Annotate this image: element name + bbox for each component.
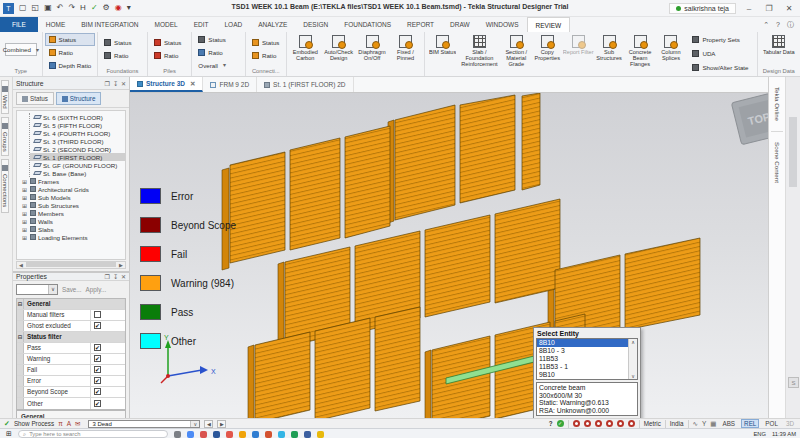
sidebar-item-groups[interactable]: Groups xyxy=(1,117,9,157)
slab-ratio-button[interactable]: Ratio xyxy=(194,46,243,59)
taskbar-app-icon[interactable] xyxy=(226,431,233,438)
tab-status[interactable]: Status xyxy=(16,92,54,105)
diaphragm-on-off-button[interactable]: Diaphragm On/Off xyxy=(355,33,388,65)
loadcase-combo[interactable]: 3 Dead ∨ xyxy=(88,420,200,428)
scroll-thumb[interactable] xyxy=(26,262,116,267)
doc-tab-structure-3d[interactable]: Structure 3D ✕ xyxy=(130,77,203,92)
close-button[interactable]: ✕ xyxy=(782,4,796,13)
undo-icon[interactable]: ↶ xyxy=(57,3,64,13)
tekla-online-tab[interactable]: Tekla Online xyxy=(774,81,781,127)
sub-structures-button[interactable]: Sub Structures xyxy=(594,33,625,74)
entity-item-selected[interactable]: 8B10 xyxy=(537,339,628,347)
sidebar-item-connections[interactable]: Connections xyxy=(1,159,9,212)
save-button[interactable]: Save... xyxy=(62,286,82,293)
entity-listbox[interactable]: 8B10 8B10 - 3 11B53 11B53 - 1 9B10 ∧ ∨ xyxy=(536,338,638,380)
snap-icon[interactable]: Y xyxy=(702,420,706,427)
close-icon[interactable]: ✕ xyxy=(121,80,126,87)
process-icon-2[interactable]: A xyxy=(67,420,71,427)
tree-item-loading-elements[interactable]: ⊞Loading Elements xyxy=(19,233,125,241)
tab-bim-integration[interactable]: BIM INTEGRATION xyxy=(73,17,146,32)
process-icon-3[interactable]: ✉ xyxy=(75,420,80,428)
fixed-pinned-button[interactable]: Fixed / Pinned xyxy=(389,33,422,65)
sidebar-item-wind[interactable]: Wind xyxy=(1,80,9,114)
taskbar-app-icon[interactable] xyxy=(291,431,298,438)
save-icon[interactable]: ▣ xyxy=(44,3,52,13)
minimize-button[interactable]: – xyxy=(742,4,756,13)
tab-report[interactable]: REPORT xyxy=(399,17,442,32)
restore-button[interactable]: ❐ xyxy=(762,4,776,13)
info-icon[interactable]: ⓘ xyxy=(787,20,794,30)
tab-edit[interactable]: EDIT xyxy=(186,17,217,32)
tab-load[interactable]: LOAD xyxy=(216,17,250,32)
copy-properties-button[interactable]: Copy Properties xyxy=(532,33,563,74)
tabular-data-button[interactable]: Tabular Data xyxy=(760,33,798,65)
expander-icon[interactable]: ⊞ xyxy=(21,234,28,241)
collapse-section-icon[interactable]: ⊟ xyxy=(17,299,24,309)
taskbar-app-icon[interactable] xyxy=(278,431,285,438)
taskbar-app-icon[interactable] xyxy=(174,431,181,438)
entity-item[interactable]: 11B53 xyxy=(537,355,628,363)
combined-dropdown[interactable]: Combined▾ xyxy=(5,43,37,56)
fail-checkbox[interactable]: ✔ xyxy=(94,366,101,373)
properties-preset-select[interactable]: ∨ xyxy=(16,284,58,295)
tree-item-floor-3[interactable]: St. 3 (THIRD FLOOR) xyxy=(30,137,125,145)
taskbar-app-icon[interactable] xyxy=(239,431,246,438)
float-icon[interactable]: ❐ xyxy=(105,273,110,280)
tree-item-architectural-grids[interactable]: ⊞Architectural Grids xyxy=(19,185,125,193)
start-button[interactable]: ⊞ xyxy=(6,430,12,438)
sketch-icon[interactable]: ∿ xyxy=(693,420,698,428)
scroll-up-icon[interactable]: ∧ xyxy=(631,339,635,345)
section-material-grade-button[interactable]: Section / Material Grade xyxy=(501,33,532,74)
abs-mode-button[interactable]: ABS xyxy=(720,420,737,427)
new-file-icon[interactable]: ▢ xyxy=(19,3,27,13)
uda-button[interactable]: UDA xyxy=(688,47,752,60)
property-sets-button[interactable]: Property Sets xyxy=(688,33,752,46)
tree-item-floor-6[interactable]: St. 6 (SIXTH FLOOR) xyxy=(30,113,125,121)
collapse-section-icon[interactable]: ⊟ xyxy=(17,332,24,342)
qat-more-icon[interactable]: ▾ xyxy=(127,3,131,13)
expander-icon[interactable]: ⊞ xyxy=(21,202,28,209)
foundations-ratio-button[interactable]: Ratio xyxy=(100,49,145,62)
taskbar-app-icon[interactable] xyxy=(317,431,324,438)
close-tab-icon[interactable]: ✕ xyxy=(190,80,195,88)
show-process-label[interactable]: Show Process xyxy=(14,420,54,427)
tree-item-walls[interactable]: ⊞Walls xyxy=(19,217,125,225)
taskbar-app-icon[interactable] xyxy=(265,431,272,438)
expander-icon[interactable]: ⊞ xyxy=(21,194,28,201)
scroll-right-icon[interactable]: ▶ xyxy=(117,262,125,268)
design-ratio-button[interactable]: Ratio xyxy=(45,46,95,59)
entity-item[interactable]: 9B10 xyxy=(537,371,628,379)
other-checkbox[interactable]: ✔ xyxy=(94,400,101,407)
scroll-left-icon[interactable]: ◀ xyxy=(17,262,25,268)
auto-check-design-button[interactable]: Auto/Check Design xyxy=(322,33,355,65)
user-account[interactable]: saikrishna teja xyxy=(669,3,736,14)
entity-item[interactable]: 11B53 - 1 xyxy=(537,363,628,371)
record-icon[interactable]: ◉ xyxy=(115,3,122,13)
tab-foundations[interactable]: FOUNDATIONS xyxy=(336,17,399,32)
show-process-check-icon[interactable]: ✓ xyxy=(4,420,10,428)
expander-icon[interactable]: ⊞ xyxy=(21,186,28,193)
tree-item-sub-models[interactable]: ⊞Sub Models xyxy=(19,193,125,201)
apply-button[interactable]: Apply... xyxy=(86,286,107,293)
tree-item-floor-5[interactable]: St. 5 (FIFTH FLOOR) xyxy=(30,121,125,129)
tree-item-floor-4[interactable]: St. 4 (FOURTH FLOOR) xyxy=(30,129,125,137)
expander-icon[interactable]: ⊞ xyxy=(21,178,28,185)
taskbar-app-icon[interactable] xyxy=(252,431,259,438)
tab-home[interactable]: HOME xyxy=(38,17,74,32)
taskbar-app-icon[interactable] xyxy=(187,431,194,438)
help-icon[interactable]: ? xyxy=(776,21,780,28)
close-icon[interactable]: ✕ xyxy=(121,273,126,280)
connections-ratio-button[interactable]: Ratio xyxy=(248,49,284,62)
tab-draw[interactable]: DRAW xyxy=(442,17,478,32)
tree-item-floor-2[interactable]: St. 2 (SECOND FLOOR) xyxy=(30,145,125,153)
tab-windows[interactable]: WINDOWS xyxy=(478,17,527,32)
process-icon-1[interactable]: π xyxy=(58,420,63,427)
tab-file[interactable]: FILE xyxy=(0,17,38,32)
rel-mode-button[interactable]: REL xyxy=(741,419,759,428)
clock[interactable]: 11:39 AM xyxy=(772,430,796,438)
tab-analyze[interactable]: ANALYZE xyxy=(250,17,295,32)
concrete-beam-flanges-button[interactable]: Concrete Beam Flanges xyxy=(625,33,656,74)
tree-item-slabs[interactable]: ⊞Slabs xyxy=(19,225,125,233)
manual-filters-checkbox[interactable] xyxy=(94,311,101,318)
tree-item-floor-1-selected[interactable]: St. 1 (FIRST FLOOR) xyxy=(30,153,125,161)
